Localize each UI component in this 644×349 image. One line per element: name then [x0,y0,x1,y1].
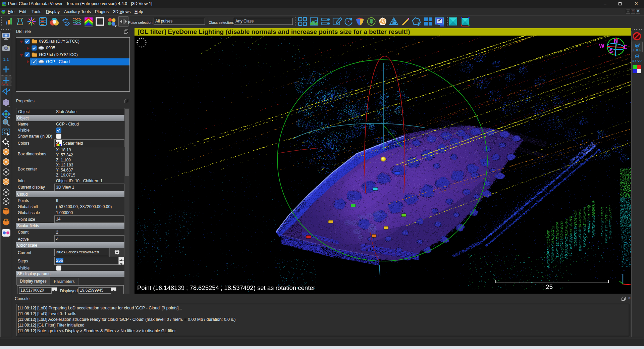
svg-text:Auto: Auto [1,82,8,85]
svg-text:S: S [609,48,613,54]
svg-text:FRONT: FRONT [2,208,10,211]
svg-text:E D L: E D L [633,48,641,52]
svg-text:1:1: 1:1 [3,57,9,62]
svg-text:W: W [599,43,605,49]
svg-text:N: N [614,38,618,44]
svg-text:E: E [624,44,627,50]
svg-text:BACK: BACK [3,219,9,221]
svg-text:S S A O: S S A O [632,59,642,62]
svg-text:SF: SF [56,141,60,145]
